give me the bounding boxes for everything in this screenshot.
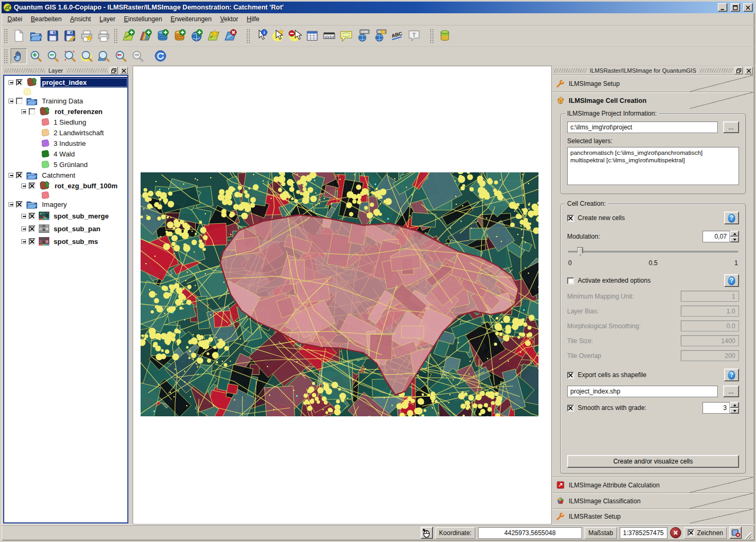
visibility-checkbox[interactable] [16, 98, 23, 104]
spin-down-button[interactable] [730, 408, 739, 414]
selected-layer-item[interactable]: panchromatisch [c:\ilms_img\rot\panchrom… [570, 149, 736, 156]
db-manager-button[interactable] [437, 28, 453, 44]
visibility-checkbox[interactable] [29, 108, 36, 115]
browse-project-button[interactable]: ... [723, 121, 739, 133]
render-checkbox[interactable]: Zeichnen [684, 527, 727, 539]
modulation-slider[interactable] [568, 247, 738, 256]
expander-icon[interactable] [21, 214, 26, 218]
panel-splitter[interactable] [129, 66, 133, 524]
smooth-arcs-checkbox[interactable]: Smooth arcs with grade: [567, 404, 646, 412]
visibility-checkbox[interactable] [16, 201, 23, 208]
stop-rendering-button[interactable] [670, 527, 681, 538]
spin-up-button[interactable] [730, 402, 739, 408]
menu-einstellungen[interactable]: Einstellungen [120, 14, 166, 24]
measure-line-button[interactable] [321, 28, 337, 44]
expander-icon[interactable] [21, 183, 26, 188]
tab-ilmsraster-setup[interactable]: ILMSRaster Setup [553, 509, 753, 523]
visibility-checkbox[interactable] [16, 172, 23, 179]
add-vector-layer-button[interactable] [120, 28, 137, 44]
toolbar-drag-handle[interactable] [430, 29, 433, 43]
open-attribute-table-button[interactable] [304, 28, 320, 44]
float-panel-button[interactable] [735, 67, 743, 74]
resize-grip[interactable] [744, 532, 751, 539]
add-raster-layer-button[interactable] [137, 28, 154, 44]
help-create-cells-button[interactable]: ? [724, 212, 739, 224]
tab-ilmsimage-classification[interactable]: ILMSImage Classification [553, 493, 753, 509]
create-visualize-cells-button[interactable]: Create and/or visualize cells [567, 455, 739, 468]
zoom-to-home-button[interactable] [355, 28, 371, 44]
slider-handle[interactable] [577, 247, 583, 256]
expander-icon[interactable] [8, 80, 13, 85]
spin-up-button[interactable] [730, 231, 739, 237]
open-project-button[interactable] [28, 28, 44, 44]
expander-icon[interactable] [8, 99, 13, 103]
toolbar-drag-handle[interactable] [4, 49, 7, 63]
ilms-panel-header[interactable]: ILMSRaster/ILMSImage for QuantumGIS [553, 66, 753, 75]
toolbar-drag-handle[interactable] [247, 29, 250, 43]
tab-ilmsimage-setup[interactable]: ILMSImage Setup [553, 75, 753, 92]
export-cells-checkbox[interactable]: Export cells as shapefile [567, 371, 646, 379]
new-project-button[interactable] [11, 28, 27, 44]
expander-icon[interactable] [8, 202, 13, 207]
modulation-spinbox[interactable] [702, 231, 739, 242]
layer-item-rot_ezg_buff_100m[interactable]: rot_ezg_buff_100m [5, 180, 127, 191]
add-wms-layer-button[interactable] [188, 28, 205, 44]
close-panel-button[interactable] [120, 67, 128, 74]
new-shapefile-layer-button[interactable] [205, 28, 222, 44]
layer-item-4-wald[interactable]: 4 Wald [5, 148, 127, 159]
maximize-button[interactable] [731, 3, 740, 12]
refresh-map-button[interactable] [152, 48, 169, 64]
zoom-in-button[interactable] [28, 48, 44, 64]
layer-item-training-data[interactable]: Training Data [5, 95, 127, 106]
layer-item-rot_referenzen[interactable]: rot_referenzen [5, 106, 127, 117]
selected-layers-list[interactable]: panchromatisch [c:\ilms_img\rot\panchrom… [567, 147, 739, 185]
layer-item-2-landwirtschaft[interactable]: 2 Landwirtschaft [5, 127, 127, 138]
menu-hilfe[interactable]: Hilfe [243, 14, 263, 24]
expander-icon[interactable] [21, 226, 26, 231]
zoom-last-button[interactable] [112, 48, 129, 64]
toggle-mouse-tracking-button[interactable] [421, 527, 433, 539]
menu-layer[interactable]: Layer [95, 14, 119, 24]
print-composers-button[interactable] [95, 28, 112, 44]
title-bar[interactable]: Quantum GIS 1.6.0-Copiapo - ILMSRaster/I… [2, 2, 754, 13]
create-new-cells-checkbox[interactable]: Create new cells [567, 214, 625, 222]
browse-shapefile-button[interactable]: ... [723, 386, 739, 397]
visibility-checkbox[interactable] [29, 238, 36, 245]
menu-bearbeiten[interactable]: Bearbeiten [27, 14, 65, 24]
menu-datei[interactable]: Datei [4, 14, 26, 24]
layer-item-5-grünland[interactable]: 5 Grünland [5, 159, 127, 170]
set-home-extent-button[interactable] [372, 28, 388, 44]
select-features-button[interactable] [270, 28, 286, 44]
close-button[interactable] [743, 3, 753, 12]
layer-panel-header[interactable]: Layer [3, 66, 128, 75]
zoom-full-extent-button[interactable] [62, 48, 78, 64]
layer-item-1-siedlung[interactable]: 1 Siedlung [5, 117, 127, 127]
layer-item-symbol[interactable] [5, 88, 127, 95]
save-project-button[interactable] [45, 28, 61, 44]
layer-tree[interactable]: project_indexTraining Datarot_referenzen… [3, 75, 128, 523]
close-panel-button[interactable] [745, 67, 753, 74]
layer-item-spot_sub_pan[interactable]: spot_sub_pan [5, 222, 127, 235]
zoom-out-button[interactable] [45, 48, 61, 64]
layer-item-imagery[interactable]: Imagery [5, 199, 127, 209]
expander-icon[interactable] [21, 109, 26, 114]
map-image[interactable] [141, 172, 538, 416]
new-print-composer-button[interactable] [79, 28, 95, 44]
map-tips-button[interactable] [338, 28, 354, 44]
menu-ansicht[interactable]: Ansicht [66, 14, 94, 24]
visibility-checkbox[interactable] [29, 182, 36, 189]
menu-erweiterungen[interactable]: Erweiterungen [167, 14, 215, 24]
zoom-to-selection-button[interactable] [79, 48, 95, 64]
map-canvas[interactable] [133, 66, 552, 524]
zoom-next-button[interactable] [129, 48, 146, 64]
float-panel-button[interactable] [110, 67, 118, 74]
scale-input[interactable] [620, 527, 667, 539]
zoom-to-layer-button[interactable] [95, 48, 112, 64]
help-export-cells-button[interactable]: ? [724, 369, 739, 381]
minimize-button[interactable] [718, 3, 727, 12]
remove-layer-button[interactable] [222, 28, 239, 44]
activate-extended-options-checkbox[interactable]: Activate extended options [567, 277, 650, 284]
layer-item-spot_sub_ms[interactable]: spot_sub_ms [5, 235, 127, 248]
tab-ilmsimage-attribute-calculation[interactable]: ILMSImage Attribute Calculation [553, 477, 753, 493]
menu-vektor[interactable]: Vektor [216, 14, 242, 24]
